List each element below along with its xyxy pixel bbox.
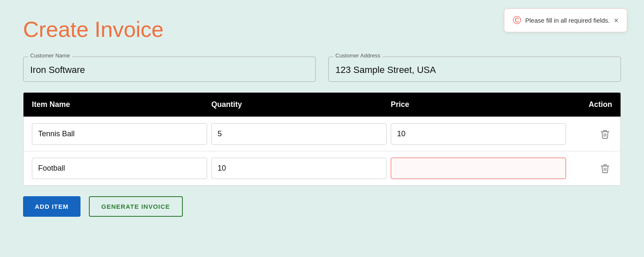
- trash-icon: [600, 128, 610, 140]
- customer-address-input[interactable]: [328, 57, 621, 82]
- customer-address-field: Customer Address: [328, 57, 621, 82]
- add-item-button[interactable]: ADD ITEM: [23, 196, 80, 217]
- customer-name-field: Customer Name: [23, 57, 316, 82]
- table-header: Item Name Quantity Price Action: [23, 93, 621, 117]
- customer-name-label: Customer Name: [28, 52, 72, 59]
- table-row: [23, 151, 621, 185]
- notification-close-button[interactable]: ×: [614, 17, 618, 24]
- header-action: Action: [570, 100, 612, 109]
- header-quantity: Quantity: [211, 100, 391, 109]
- header-price: Price: [391, 100, 570, 109]
- delete-row-button-1[interactable]: [570, 126, 612, 142]
- item-name-input-2[interactable]: [32, 158, 207, 179]
- items-table: Item Name Quantity Price Action: [23, 92, 621, 186]
- table-row: [23, 117, 621, 151]
- item-price-input-1[interactable]: [391, 123, 566, 145]
- customer-address-label: Customer Address: [333, 52, 382, 59]
- trash-icon: [600, 163, 610, 174]
- item-name-input-1[interactable]: [32, 123, 207, 145]
- customer-name-input[interactable]: [23, 57, 316, 82]
- validation-notification: Ⓒ Please fill in all required fields. ×: [504, 8, 627, 32]
- customer-fields: Customer Name Customer Address: [23, 57, 621, 82]
- item-price-input-2[interactable]: [391, 158, 566, 179]
- generate-invoice-button[interactable]: GENERATE INVOICE: [89, 196, 183, 217]
- notification-message: Please fill in all required fields.: [525, 17, 610, 24]
- header-item-name: Item Name: [32, 100, 211, 109]
- item-quantity-input-2[interactable]: [211, 158, 387, 179]
- action-buttons: ADD ITEM GENERATE INVOICE: [23, 196, 621, 217]
- item-quantity-input-1[interactable]: [211, 123, 387, 145]
- delete-row-button-2[interactable]: [570, 161, 612, 177]
- warning-icon: Ⓒ: [513, 15, 521, 26]
